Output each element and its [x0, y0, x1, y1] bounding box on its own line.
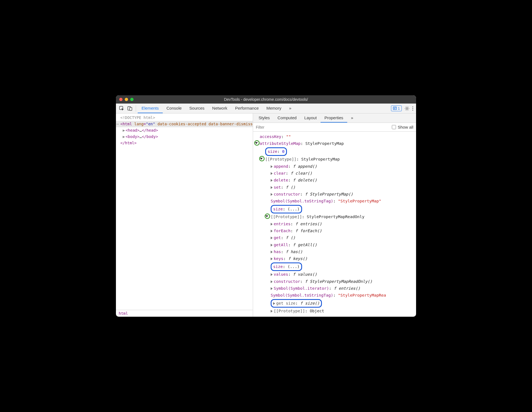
tab-memory[interactable]: Memory	[263, 104, 285, 113]
chevron-right-icon[interactable]	[271, 172, 273, 175]
svg-point-7	[406, 108, 408, 109]
dom-head[interactable]: ▶<head>…</head>	[116, 127, 253, 134]
tab-sources[interactable]: Sources	[186, 104, 208, 113]
titlebar: DevTools - developer.chrome.com/docs/dev…	[116, 95, 416, 104]
tab-network[interactable]: Network	[208, 104, 231, 113]
prop-clear[interactable]: clear: f clear()	[253, 170, 416, 177]
chevron-down-icon	[255, 142, 258, 144]
prop-get-size[interactable]: get size: f size()	[253, 299, 416, 308]
properties-list[interactable]: accessKey: "" attributeStyleMap: StylePr…	[253, 132, 416, 317]
tab-properties[interactable]: Properties	[321, 113, 347, 123]
tab-more-sidebar[interactable]: »	[347, 113, 357, 123]
filter-row: Show all	[253, 123, 416, 132]
chevron-right-icon[interactable]	[271, 310, 273, 313]
prop-size-2[interactable]: size: (...)	[253, 262, 416, 271]
tab-elements[interactable]: Elements	[138, 104, 163, 113]
sidebar-panel: Styles Computed Layout Properties » Show…	[253, 113, 416, 317]
prop-symbol-tostringtag-1[interactable]: Symbol(Symbol.toStringTag): "StyleProper…	[253, 198, 416, 205]
breadcrumb[interactable]: html	[116, 310, 253, 317]
svg-point-9	[412, 108, 413, 109]
tab-layout[interactable]: Layout	[300, 113, 321, 123]
device-toolbar-icon[interactable]	[126, 104, 134, 113]
window-controls	[119, 98, 134, 101]
sidebar-tabs: Styles Computed Layout Properties »	[253, 113, 416, 123]
prop-accesskey[interactable]: accessKey: ""	[253, 133, 416, 140]
elements-panel: <!DOCTYPE html> <html lang="en" data-coo…	[116, 113, 253, 317]
dom-html-element[interactable]: <html lang="en" data-cookies-accepted da…	[116, 121, 253, 127]
prop-entries[interactable]: entries: f entries()	[253, 221, 416, 227]
chevron-right-icon[interactable]	[271, 193, 273, 196]
chevron-right-icon[interactable]	[271, 244, 273, 246]
kebab-icon[interactable]	[412, 106, 413, 111]
prop-delete[interactable]: delete: f delete()	[253, 177, 416, 184]
minimize-icon[interactable]	[125, 98, 128, 101]
prop-getall[interactable]: getAll: f getAll()	[253, 242, 416, 248]
chevron-right-icon[interactable]	[271, 186, 273, 189]
close-icon[interactable]	[119, 98, 123, 101]
chevron-right-icon[interactable]	[271, 230, 273, 232]
chevron-right-icon[interactable]	[273, 302, 275, 305]
prop-prototype-2[interactable]: [[Prototype]]: StylePropertyMapReadOnly	[253, 213, 416, 220]
prop-values[interactable]: values: f values()	[253, 271, 416, 278]
separator	[136, 105, 136, 112]
toolbar-right: 1	[391, 104, 416, 113]
issues-count: 1	[398, 106, 400, 110]
content: <!DOCTYPE html> <html lang="en" data-coo…	[116, 113, 416, 317]
chevron-right-icon[interactable]	[271, 237, 273, 239]
expand-circle-icon[interactable]	[265, 213, 270, 219]
tab-performance[interactable]: Performance	[231, 104, 263, 113]
prop-attributestylemap[interactable]: attributeStyleMap: StylePropertyMap	[253, 140, 416, 147]
svg-point-10	[412, 110, 413, 110]
chevron-down-icon	[260, 158, 263, 160]
prop-get[interactable]: get: f ()	[253, 234, 416, 241]
inspect-icon[interactable]	[118, 104, 126, 113]
prop-append[interactable]: append: f append()	[253, 163, 416, 170]
main-tabs: Elements Console Sources Network Perform…	[138, 104, 295, 113]
prop-keys[interactable]: keys: f keys()	[253, 255, 416, 262]
window-title: DevTools - developer.chrome.com/docs/dev…	[116, 97, 416, 102]
chevron-right-icon[interactable]	[271, 165, 273, 168]
prop-prototype-3[interactable]: [[Prototype]]: Object	[253, 308, 416, 315]
prop-foreach[interactable]: forEach: f forEach()	[253, 227, 416, 234]
dom-tree[interactable]: <!DOCTYPE html> <html lang="en" data-coo…	[116, 113, 253, 310]
expand-circle-icon[interactable]	[259, 156, 265, 161]
maximize-icon[interactable]	[130, 98, 134, 101]
dom-html-close[interactable]: </html>	[116, 140, 253, 146]
chevron-down-icon	[265, 215, 268, 217]
chevron-right-icon[interactable]	[271, 251, 273, 253]
dom-body[interactable]: ▶<body>…</body>	[116, 134, 253, 140]
tab-console[interactable]: Console	[163, 104, 186, 113]
show-all-toggle[interactable]: Show all	[392, 125, 413, 129]
dom-doctype[interactable]: <!DOCTYPE html>	[116, 115, 253, 121]
devtools-window: DevTools - developer.chrome.com/docs/dev…	[116, 95, 416, 317]
prop-size-1[interactable]: size: (...)	[253, 205, 416, 213]
tab-more[interactable]: »	[285, 104, 295, 113]
main-toolbar: Elements Console Sources Network Perform…	[116, 104, 416, 113]
chevron-right-icon[interactable]	[271, 223, 273, 226]
chevron-right-icon[interactable]	[271, 258, 273, 260]
chevron-right-icon[interactable]	[271, 287, 273, 290]
show-all-checkbox[interactable]	[392, 125, 396, 129]
expand-circle-icon[interactable]	[254, 140, 260, 146]
chevron-right-icon[interactable]	[271, 179, 273, 182]
tab-computed[interactable]: Computed	[274, 113, 300, 123]
prop-constructor-1[interactable]: constructor: f StylePropertyMap()	[253, 191, 416, 198]
gear-icon[interactable]	[405, 106, 409, 111]
prop-constructor-2[interactable]: constructor: f StylePropertyMapReadOnly(…	[253, 278, 416, 285]
prop-size-0[interactable]: size: 0	[253, 147, 416, 156]
prop-prototype-1[interactable]: [[Prototype]]: StylePropertyMap	[253, 156, 416, 163]
chevron-right-icon[interactable]	[271, 280, 273, 283]
svg-rect-2	[130, 107, 132, 110]
prop-symbol-tostringtag-2[interactable]: Symbol(Symbol.toStringTag): "StyleProper…	[253, 292, 416, 299]
prop-symbol-iterator[interactable]: Symbol(Symbol.iterator): f entries()	[253, 285, 416, 292]
prop-has[interactable]: has: f has()	[253, 248, 416, 255]
prop-set[interactable]: set: f ()	[253, 184, 416, 191]
filter-input[interactable]	[256, 125, 390, 129]
svg-point-8	[412, 106, 413, 107]
chevron-right-icon[interactable]	[271, 273, 273, 276]
tab-styles[interactable]: Styles	[255, 113, 274, 123]
show-all-label: Show all	[398, 125, 413, 129]
issues-badge[interactable]: 1	[391, 105, 402, 111]
